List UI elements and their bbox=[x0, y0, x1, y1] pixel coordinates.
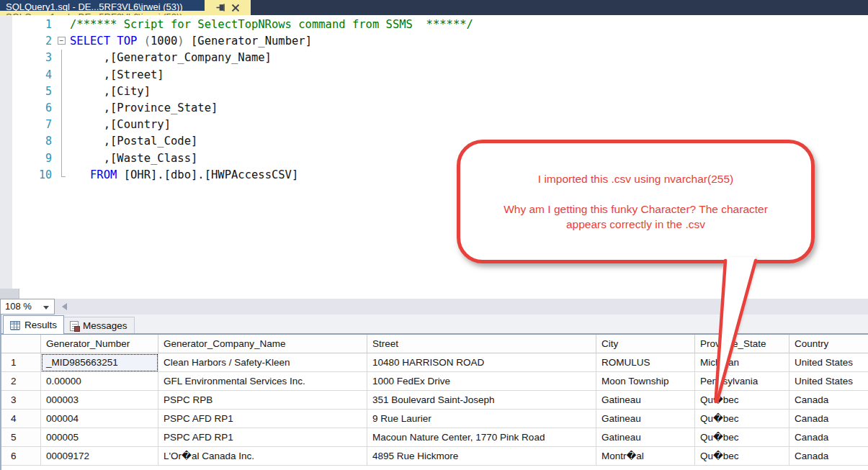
row-header[interactable]: 3 bbox=[1, 391, 41, 410]
pin-icon[interactable] bbox=[216, 3, 225, 12]
line-number: 9 bbox=[14, 150, 52, 167]
annotation-text-line: I imported this .csv using nvarchar(255) bbox=[538, 171, 733, 186]
grid-cell[interactable]: Gatineau bbox=[596, 410, 695, 428]
grid-cell[interactable]: 00009172 bbox=[41, 447, 158, 466]
line-number: 1 bbox=[14, 17, 52, 33]
code-folding-column[interactable]: − bbox=[57, 17, 67, 184]
line-number: 7 bbox=[14, 117, 52, 133]
grid-cell[interactable]: Canada bbox=[789, 391, 868, 410]
grid-corner-cell[interactable] bbox=[1, 335, 41, 353]
table-row: 4000004PSPC AFD RP19 Rue LaurierGatineau… bbox=[1, 410, 868, 428]
grid-cell[interactable]: 9 Rue Laurier bbox=[367, 410, 596, 428]
collapse-region-icon[interactable]: − bbox=[58, 37, 66, 45]
annotation-text-line: Why am I getting this funky Character? T… bbox=[504, 202, 768, 217]
code-line[interactable]: ,[Generator_Company_Name] bbox=[70, 50, 473, 66]
tab-results-label: Results bbox=[24, 320, 57, 330]
tab-messages-label: Messages bbox=[83, 320, 127, 331]
zoom-level-value: 108 % bbox=[5, 301, 32, 312]
tab-buttons bbox=[205, 0, 251, 15]
grid-cell[interactable]: 000004 bbox=[41, 410, 158, 428]
grid-cell[interactable]: 1000 FedEx Drive bbox=[367, 372, 596, 391]
grid-cell[interactable]: Qu�bec bbox=[695, 410, 789, 428]
grid-cell[interactable]: 10480 HARRISON ROAD bbox=[367, 353, 596, 372]
code-line[interactable]: ,[Street] bbox=[70, 67, 473, 83]
row-header[interactable]: 2 bbox=[1, 372, 41, 391]
column-header[interactable]: Generator_Company_Name bbox=[158, 335, 367, 353]
results-pane-tabstrip: Results Messages bbox=[0, 315, 868, 333]
code-line[interactable]: ,[Postal_Code] bbox=[70, 133, 473, 150]
line-number: 6 bbox=[14, 100, 52, 117]
tab-results[interactable]: Results bbox=[3, 315, 64, 334]
row-header[interactable]: 1 bbox=[1, 353, 41, 372]
sql-code[interactable]: /****** Script for SelectTopNRows comman… bbox=[70, 17, 473, 184]
table-row: 3000003PSPC RPB351 Boulevard Saint-Josep… bbox=[1, 391, 868, 410]
grid-cell[interactable]: Gatineau bbox=[596, 391, 695, 410]
annotation-speech-bubble: I imported this .csv using nvarchar(255)… bbox=[457, 140, 815, 263]
editor-selection-margin bbox=[0, 15, 12, 299]
close-icon[interactable] bbox=[231, 4, 240, 12]
grid-cell[interactable]: Moon Township bbox=[596, 372, 695, 391]
grid-cell[interactable]: GFL Environmental Services Inc. bbox=[158, 372, 367, 391]
ssms-window: SQLQuery1.sql - DE...5RF3VL6\jrwei (53))… bbox=[0, 0, 868, 470]
grid-cell[interactable]: 000003 bbox=[41, 391, 158, 410]
results-grid[interactable]: Generator_NumberGenerator_Company_NameSt… bbox=[0, 333, 868, 470]
editor-hscrollbar[interactable]: 108 % bbox=[0, 299, 868, 315]
table-row: 600009172L'Or�al Canada Inc.4895 Rue Hic… bbox=[1, 447, 868, 466]
code-line[interactable]: FROM [OHR].[dbo].[HWPAccessCSV] bbox=[70, 167, 473, 184]
row-header[interactable]: 4 bbox=[1, 410, 41, 428]
grid-cell[interactable]: Montr�al bbox=[596, 447, 695, 466]
grid-cell[interactable]: Pennsylvania bbox=[695, 372, 789, 391]
document-tab[interactable]: SQLQuery1.sql - DE...5RF3VL6\jrwei (53))… bbox=[0, 0, 251, 15]
grid-cell[interactable]: Canada bbox=[789, 447, 868, 466]
grid-cell[interactable]: L'Or�al Canada Inc. bbox=[158, 447, 367, 466]
grid-cell[interactable]: Qu�bec bbox=[695, 447, 789, 466]
splitter-grip[interactable] bbox=[0, 289, 19, 299]
table-row: 5000005PSPC AFD RP1Macoun Nature Center,… bbox=[1, 428, 868, 447]
table-row: 1_MID985663251Clean Harbors / Safety-Kle… bbox=[1, 353, 868, 372]
code-line[interactable]: ,[Province_State] bbox=[70, 100, 473, 117]
line-number: 2 bbox=[14, 33, 52, 50]
grid-cell[interactable]: ROMULUS bbox=[596, 353, 695, 372]
row-header[interactable]: 5 bbox=[1, 428, 41, 447]
grid-cell[interactable]: PSPC RPB bbox=[158, 391, 367, 410]
grid-cell[interactable]: 351 Boulevard Saint-Joseph bbox=[367, 391, 596, 410]
table-row: 20.00000GFL Environmental Services Inc.1… bbox=[1, 372, 868, 391]
grid-cell[interactable]: PSPC AFD RP1 bbox=[158, 428, 367, 447]
line-number: 10 bbox=[14, 167, 52, 184]
grid-cell[interactable]: 4895 Rue Hickmore bbox=[367, 447, 596, 466]
row-header[interactable]: 6 bbox=[1, 447, 41, 466]
column-header[interactable]: Generator_Number bbox=[41, 335, 158, 353]
line-number: 8 bbox=[14, 133, 52, 150]
grid-cell[interactable]: United States bbox=[789, 372, 868, 391]
grid-cell[interactable]: Macoun Nature Center, 1770 Pink Road bbox=[367, 428, 596, 447]
grid-header-row: Generator_NumberGenerator_Company_NameSt… bbox=[1, 335, 868, 353]
grid-cell[interactable]: Gatineau bbox=[596, 428, 695, 447]
column-header[interactable]: City bbox=[596, 335, 695, 353]
grid-cell[interactable]: _MID985663251 bbox=[41, 353, 158, 372]
code-line[interactable]: ,[City] bbox=[70, 83, 473, 100]
tab-messages[interactable]: Messages bbox=[63, 317, 135, 334]
grid-cell[interactable]: 000005 bbox=[41, 428, 158, 447]
scroll-left-arrow-icon[interactable] bbox=[62, 303, 67, 310]
code-line[interactable]: /****** Script for SelectTopNRows comman… bbox=[70, 17, 473, 33]
annotation-text-line: appears correctly in the .csv bbox=[566, 217, 705, 232]
grid-cell[interactable]: Canada bbox=[789, 410, 868, 428]
code-line[interactable]: SELECT TOP (1000) [Generator_Number] bbox=[70, 33, 473, 50]
grid-cell[interactable]: Michigan bbox=[695, 353, 789, 372]
grid-cell[interactable]: Qu�bec bbox=[695, 428, 789, 447]
column-header[interactable]: Province_State bbox=[695, 335, 789, 353]
code-line[interactable]: ,[Country] bbox=[70, 117, 473, 133]
grid-cell[interactable]: 0.00000 bbox=[41, 372, 158, 391]
messages-icon bbox=[70, 321, 79, 331]
chevron-down-icon bbox=[43, 306, 49, 309]
column-header[interactable]: Street bbox=[367, 335, 596, 353]
grid-cell[interactable]: Clean Harbors / Safety-Kleen bbox=[158, 353, 367, 372]
line-number: 4 bbox=[14, 67, 52, 83]
zoom-level-dropdown[interactable]: 108 % bbox=[0, 299, 55, 315]
grid-cell[interactable]: PSPC AFD RP1 bbox=[158, 410, 367, 428]
column-header[interactable]: Country bbox=[789, 335, 868, 353]
grid-cell[interactable]: United States bbox=[789, 353, 868, 372]
code-line[interactable]: ,[Waste_Class] bbox=[70, 150, 473, 167]
grid-cell[interactable]: Qu�bec bbox=[695, 391, 789, 410]
grid-cell[interactable]: Canada bbox=[789, 428, 868, 447]
